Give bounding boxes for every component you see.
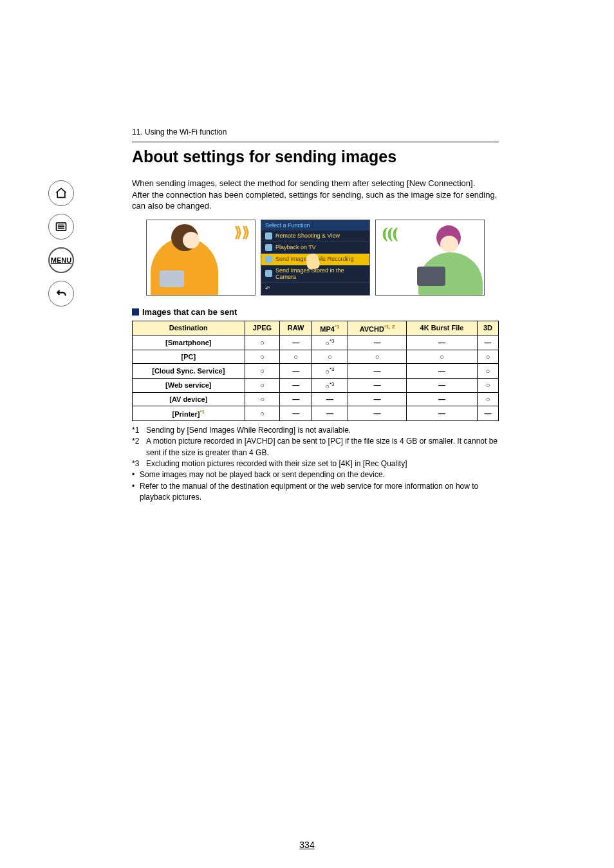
table-cell: — bbox=[407, 363, 478, 378]
table-cell: ○ bbox=[312, 350, 348, 363]
page-content: 11. Using the Wi-Fi function About setti… bbox=[132, 127, 499, 504]
page-number: 334 bbox=[0, 840, 614, 850]
back-arrow-icon: ↶ bbox=[261, 283, 369, 294]
table-header: AVCHD*1, 2 bbox=[348, 321, 406, 335]
table-cell: ○ bbox=[477, 363, 498, 378]
table-header: 3D bbox=[477, 321, 498, 335]
table-row: [Web service]○—○*3——○ bbox=[133, 378, 499, 393]
table-cell: — bbox=[348, 335, 406, 350]
row-destination: [Printer]*1 bbox=[133, 406, 245, 421]
table-row: [Smartphone]○—○*3——— bbox=[133, 335, 499, 350]
table-cell: ○ bbox=[348, 350, 406, 363]
table-cell: — bbox=[477, 406, 498, 421]
table-cell: — bbox=[348, 378, 406, 393]
table-cell: ○ bbox=[477, 393, 498, 406]
notes-block: *1Sending by [Send Images While Recordin… bbox=[132, 425, 499, 504]
table-row: [PC]○○○○○○ bbox=[133, 350, 499, 363]
table-cell: ○ bbox=[245, 393, 280, 406]
table-cell: — bbox=[348, 406, 406, 421]
table-cell: ○*3 bbox=[312, 335, 348, 350]
square-bullet-icon bbox=[132, 308, 139, 316]
table-cell: — bbox=[407, 406, 478, 421]
intro-line: After the connection has been completed,… bbox=[132, 189, 499, 212]
table-cell: — bbox=[312, 406, 348, 421]
bullet-note: •Refer to the manual of the destination … bbox=[132, 481, 499, 504]
table-cell: ○ bbox=[280, 350, 312, 363]
table-header: JPEG bbox=[245, 321, 280, 335]
table-cell: ○ bbox=[407, 350, 478, 363]
section-header-text: Images that can be sent bbox=[142, 307, 237, 317]
table-cell: — bbox=[407, 378, 478, 393]
contents-icon[interactable] bbox=[48, 214, 74, 240]
capability-table: Destination JPEG RAW MP4*1 AVCHD*1, 2 4K… bbox=[132, 321, 499, 421]
table-header: Destination bbox=[133, 321, 245, 335]
table-cell: ○ bbox=[477, 350, 498, 363]
sidebar: MENU bbox=[0, 180, 122, 307]
wifi-icon: ⦅⦅⦅ bbox=[382, 224, 398, 242]
page-title: About settings for sending images bbox=[132, 147, 499, 166]
table-cell: — bbox=[280, 363, 312, 378]
table-cell: — bbox=[280, 378, 312, 393]
table-cell: — bbox=[348, 363, 406, 378]
row-destination: [Smartphone] bbox=[133, 335, 245, 350]
table-cell: ○ bbox=[245, 378, 280, 393]
divider bbox=[132, 142, 499, 142]
table-header: 4K Burst File bbox=[407, 321, 478, 335]
bullet-note: •Some images may not be played back or s… bbox=[132, 469, 499, 480]
table-cell: — bbox=[280, 335, 312, 350]
table-cell: ○*3 bbox=[312, 363, 348, 378]
illustration-user-sending: ⟫⟫ bbox=[146, 220, 256, 296]
intro-line: When sending images, select the method f… bbox=[132, 178, 499, 189]
table-cell: ○ bbox=[477, 378, 498, 393]
footnote: *3Excluding motion pictures recorded wit… bbox=[132, 458, 499, 469]
table-row: [Printer]*1○————— bbox=[133, 406, 499, 421]
table-row: [AV device]○————○ bbox=[133, 393, 499, 406]
home-icon[interactable] bbox=[48, 180, 74, 206]
illustration-row: ⟫⟫ Select a Function Remote Shooting & V… bbox=[132, 220, 499, 296]
table-cell: — bbox=[280, 393, 312, 406]
table-header: RAW bbox=[280, 321, 312, 335]
table-cell: ○*3 bbox=[312, 378, 348, 393]
back-icon[interactable] bbox=[48, 281, 74, 307]
table-cell: ○ bbox=[245, 350, 280, 363]
footnote: *1Sending by [Send Images While Recordin… bbox=[132, 425, 499, 436]
illustration-user-receiving: ⦅⦅⦅ bbox=[375, 220, 485, 296]
wifi-icon: ⟫⟫ bbox=[234, 224, 250, 241]
menu-button[interactable]: MENU bbox=[48, 247, 74, 273]
table-header: MP4*1 bbox=[312, 321, 348, 335]
row-destination: [Cloud Sync. Service] bbox=[133, 363, 245, 378]
footnote: *2A motion picture recorded in [AVCHD] c… bbox=[132, 436, 499, 458]
menu-item: Remote Shooting & View bbox=[261, 231, 369, 242]
table-cell: — bbox=[477, 335, 498, 350]
table-cell: — bbox=[407, 393, 478, 406]
menu-item: Playback on TV bbox=[261, 242, 369, 254]
table-cell: — bbox=[348, 393, 406, 406]
table-cell: — bbox=[280, 406, 312, 421]
section-header: Images that can be sent bbox=[132, 307, 499, 317]
row-destination: [PC] bbox=[133, 350, 245, 363]
illustration-menu-screen: Select a Function Remote Shooting & View… bbox=[261, 220, 370, 296]
intro-text: When sending images, select the method f… bbox=[132, 178, 499, 212]
table-cell: — bbox=[407, 335, 478, 350]
table-row: [Cloud Sync. Service]○—○*3——○ bbox=[133, 363, 499, 378]
table-cell: ○ bbox=[245, 363, 280, 378]
menu-header: Select a Function bbox=[261, 220, 369, 231]
table-cell: ○ bbox=[245, 406, 280, 421]
row-destination: [Web service] bbox=[133, 378, 245, 393]
table-cell: ○ bbox=[245, 335, 280, 350]
breadcrumb: 11. Using the Wi-Fi function bbox=[132, 127, 499, 137]
table-cell: — bbox=[312, 393, 348, 406]
row-destination: [AV device] bbox=[133, 393, 245, 406]
